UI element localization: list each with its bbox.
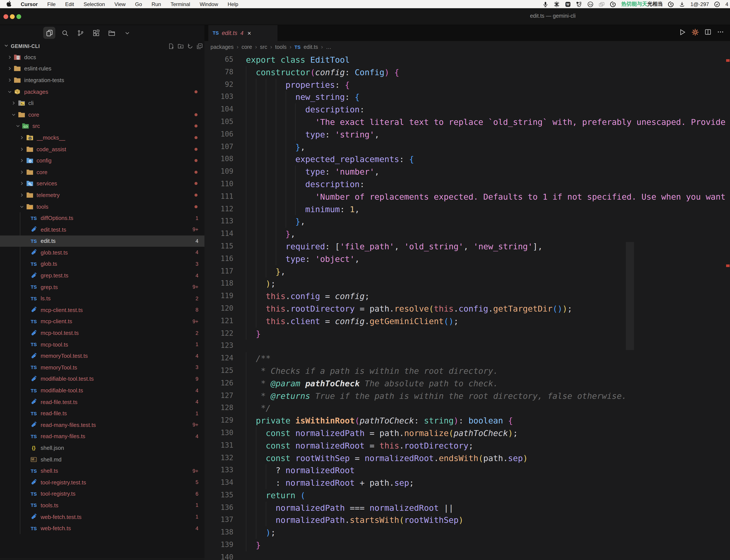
tree-item--mocks-[interactable]: __mocks__ bbox=[0, 132, 204, 143]
tab-edit-ts[interactable]: TS edit.ts 4 × bbox=[208, 25, 277, 41]
tree-item-glob-ts[interactable]: TSglob.ts3 bbox=[0, 258, 204, 270]
line-number[interactable]: 128 bbox=[204, 402, 246, 415]
split-editor-icon[interactable] bbox=[704, 29, 711, 37]
code-line-107[interactable]: 107}, bbox=[204, 141, 730, 153]
code-line-124[interactable]: 124/** bbox=[204, 352, 730, 365]
remote-folder-icon[interactable] bbox=[105, 27, 118, 39]
line-number[interactable]: 114 bbox=[204, 228, 246, 240]
breadcrumb-item-packages[interactable]: packages bbox=[210, 44, 234, 50]
tree-item-telemetry[interactable]: telemetry bbox=[0, 189, 204, 201]
tree-item-services[interactable]: services bbox=[0, 178, 204, 189]
line-number[interactable]: 109 bbox=[204, 165, 246, 178]
tree-item-read-file-ts[interactable]: TSread-file.ts1 bbox=[0, 408, 204, 419]
line-number[interactable]: 139 bbox=[204, 539, 246, 551]
line-number[interactable]: 117 bbox=[204, 265, 246, 278]
tree-item-web-fetch-ts[interactable]: TSweb-fetch.ts4 bbox=[0, 523, 204, 534]
menu-item-window[interactable]: Window bbox=[200, 1, 218, 7]
tree-item-memorytool-ts[interactable]: TSmemoryTool.ts3 bbox=[0, 362, 204, 373]
line-number[interactable]: 131 bbox=[204, 439, 246, 452]
line-number[interactable]: 137 bbox=[204, 514, 246, 527]
line-number[interactable]: 130 bbox=[204, 427, 246, 439]
sidebar-section-outline[interactable]: OUTLINE bbox=[0, 559, 204, 560]
code-line-109[interactable]: 109type: 'number', bbox=[204, 165, 730, 178]
explorer-header[interactable]: GEMINI-CLI bbox=[0, 41, 204, 51]
line-number[interactable]: 111 bbox=[204, 191, 246, 203]
line-number[interactable]: 132 bbox=[204, 452, 246, 464]
tree-item-packages[interactable]: packages bbox=[0, 86, 204, 97]
code-line-140[interactable]: 140 bbox=[204, 551, 730, 560]
breadcrumb-item-src[interactable]: src bbox=[260, 44, 267, 50]
line-number[interactable]: 129 bbox=[204, 414, 246, 427]
apple-icon[interactable] bbox=[6, 0, 11, 8]
tree-item-ls-ts[interactable]: TSls.ts2 bbox=[0, 293, 204, 304]
line-number[interactable]: 124 bbox=[204, 352, 246, 365]
code-line-125[interactable]: 125 * Checks if a path is within the roo… bbox=[204, 365, 730, 377]
menu-item-file[interactable]: File bbox=[47, 1, 56, 7]
tree-item-edit-ts[interactable]: TSedit.ts4 bbox=[0, 235, 204, 247]
line-number[interactable]: 105 bbox=[204, 116, 246, 128]
new-folder-icon[interactable] bbox=[176, 41, 185, 51]
tree-item-core[interactable]: core bbox=[0, 166, 204, 178]
close-window-button[interactable] bbox=[3, 14, 8, 19]
tree-item-glob-test-ts[interactable]: glob.test.ts4 bbox=[0, 247, 204, 258]
tree-item-eslint-rules[interactable]: eslint-rules bbox=[0, 63, 204, 74]
tree-item-mcp-tool-ts[interactable]: TSmcp-tool.ts1 bbox=[0, 339, 204, 350]
tree-item-src[interactable]: src bbox=[0, 120, 204, 132]
line-number[interactable]: 65 bbox=[204, 54, 246, 66]
code-line-126[interactable]: 126 * @param pathToCheck The absolute pa… bbox=[204, 377, 730, 390]
code-line-106[interactable]: 106type: 'string', bbox=[204, 128, 730, 141]
line-number[interactable]: 116 bbox=[204, 253, 246, 265]
line-number[interactable]: 119 bbox=[204, 290, 246, 302]
tree-item-tools-ts[interactable]: TStools.ts1 bbox=[0, 500, 204, 511]
code-line-65[interactable]: 65export class EditTool bbox=[204, 54, 730, 66]
line-number[interactable]: 113 bbox=[204, 215, 246, 228]
code-line-136[interactable]: 136normalizedPath === normalizedRoot || bbox=[204, 501, 730, 514]
collapse-all-icon[interactable] bbox=[195, 41, 204, 51]
line-number[interactable]: 107 bbox=[204, 141, 246, 153]
swirl-icon[interactable] bbox=[610, 1, 616, 7]
close-tab-icon[interactable]: × bbox=[247, 29, 251, 37]
displays-icon[interactable] bbox=[599, 1, 605, 7]
refresh-icon[interactable] bbox=[185, 41, 195, 51]
code-line-134[interactable]: 134: normalizedRoot + path.sep; bbox=[204, 477, 730, 489]
code-line-131[interactable]: 131const normalizedRoot = this.rootDirec… bbox=[204, 439, 730, 452]
breadcrumb-item-edit-ts[interactable]: edit.ts bbox=[304, 44, 318, 50]
tree-item-mcp-client-ts[interactable]: TSmcp-client.ts9+ bbox=[0, 316, 204, 327]
code-line-120[interactable]: 120this.rootDirectory = path.resolve(thi… bbox=[204, 302, 730, 315]
code-line-116[interactable]: 116type: 'object', bbox=[204, 253, 730, 265]
line-number[interactable]: 126 bbox=[204, 377, 246, 390]
new-file-icon[interactable] bbox=[166, 41, 176, 51]
tree-item-shell-json[interactable]: {}shell.json bbox=[0, 442, 204, 453]
code-editor[interactable]: 65export class EditTool78constructor(con… bbox=[204, 53, 730, 560]
line-number[interactable]: 110 bbox=[204, 178, 246, 191]
line-number[interactable]: 112 bbox=[204, 203, 246, 215]
tree-item-read-many-files-ts[interactable]: TSread-many-files.ts4 bbox=[0, 431, 204, 442]
tree-item-core[interactable]: core bbox=[0, 109, 204, 120]
line-number[interactable]: 125 bbox=[204, 365, 246, 377]
line-number[interactable]: 134 bbox=[204, 477, 246, 489]
check-circle-icon[interactable] bbox=[714, 1, 720, 7]
menu-item-cursor[interactable]: Cursor bbox=[21, 1, 38, 7]
menu-item-edit[interactable]: Edit bbox=[65, 1, 74, 7]
tree-item-mcp-tool-test-ts[interactable]: mcp-tool.test.ts2 bbox=[0, 327, 204, 339]
line-number[interactable]: 106 bbox=[204, 128, 246, 141]
menu-item-go[interactable]: Go bbox=[135, 1, 142, 7]
code-line-138[interactable]: 138); bbox=[204, 527, 730, 539]
line-number[interactable]: 138 bbox=[204, 527, 246, 539]
tree-item-modifiable-tool-ts[interactable]: TSmodifiable-tool.ts4 bbox=[0, 385, 204, 396]
tree-item-integration-tests[interactable]: integration-tests bbox=[0, 74, 204, 86]
w-app-icon[interactable]: W bbox=[565, 1, 571, 7]
code-line-104[interactable]: 104description: bbox=[204, 103, 730, 116]
tree-item-grep-test-ts[interactable]: grep.test.ts4 bbox=[0, 270, 204, 281]
code-line-111[interactable]: 111 'Number of replacements expected. De… bbox=[204, 191, 730, 203]
code-line-108[interactable]: 108expected_replacements: { bbox=[204, 153, 730, 166]
code-line-115[interactable]: 115required: ['file_path', 'old_string',… bbox=[204, 240, 730, 253]
line-number[interactable]: 136 bbox=[204, 501, 246, 514]
code-line-137[interactable]: 137normalizedPath.startsWith(rootWithSep… bbox=[204, 514, 730, 527]
line-number[interactable]: 92 bbox=[204, 78, 246, 91]
code-line-129[interactable]: 129private isWithinRoot(pathToCheck: str… bbox=[204, 414, 730, 427]
code-line-128[interactable]: 128 */ bbox=[204, 402, 730, 415]
tree-item-modifiable-tool-test-ts[interactable]: modifiable-tool.test.ts9 bbox=[0, 373, 204, 385]
tree-item-shell-ts[interactable]: TSshell.ts9+ bbox=[0, 465, 204, 477]
source-control-icon[interactable] bbox=[74, 27, 86, 39]
